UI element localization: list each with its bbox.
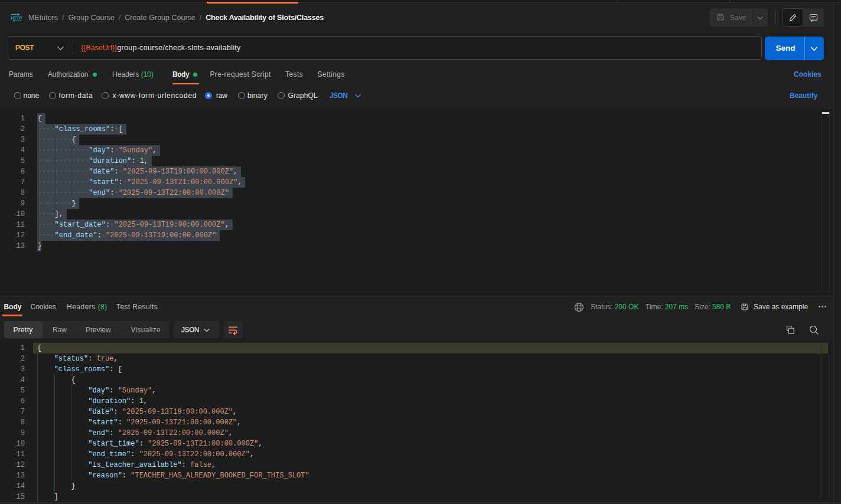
svg-text:HTTP: HTTP	[11, 15, 22, 21]
